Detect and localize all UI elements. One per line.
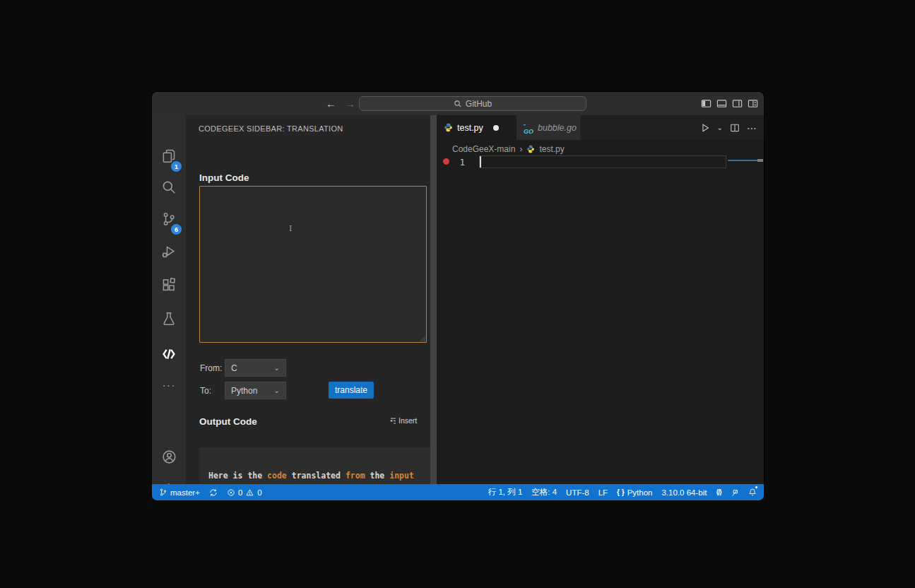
python-icon — [444, 123, 453, 132]
sidebar-item-codegeex[interactable] — [152, 340, 186, 368]
modified-dot-icon[interactable] — [493, 125, 499, 131]
git-branch-icon — [159, 488, 167, 497]
sidebar-title: CODEGEEX SIDEBAR: TRANSLATION — [199, 124, 343, 133]
editor-content[interactable]: 1 — [437, 155, 764, 484]
tab-label: bubble.go — [538, 123, 577, 133]
search-icon — [454, 100, 462, 108]
status-bar: master+ 0 0 行 1, 列 1 空格: 4 UTF-8 LF { } … — [152, 484, 764, 500]
title-bar: ← → GitHub — [152, 92, 764, 115]
sidebar-item-testing[interactable] — [152, 305, 186, 333]
sync-item[interactable] — [209, 488, 218, 497]
tab-label: test.py — [457, 123, 483, 133]
python-interpreter-item[interactable]: 3.10.0 64-bit — [661, 488, 707, 497]
scrollbar-marker[interactable] — [757, 159, 763, 162]
from-language-select[interactable]: C ⌄ — [225, 359, 286, 377]
extensions-icon — [161, 277, 177, 293]
insert-button[interactable]: Insert — [389, 416, 417, 425]
branch-label: master+ — [170, 488, 200, 497]
codegeex-status-icon[interactable]: ⟨/⟩ — [716, 488, 721, 496]
branch-item[interactable]: master+ — [159, 488, 200, 497]
feedback-item[interactable] — [731, 488, 739, 497]
translate-button[interactable]: translate — [329, 382, 374, 399]
sidebar-item-more[interactable]: ··· — [152, 372, 186, 400]
editor-group: test.py -GO bubble.go ⌄ ⋯ CodeGeeX-main … — [437, 115, 764, 484]
language-mode-item[interactable]: { } Python — [617, 488, 652, 497]
go-icon: -GO — [524, 121, 533, 135]
sidebar-item-run-debug[interactable] — [152, 237, 186, 266]
feedback-flag-icon — [731, 488, 739, 497]
tab-bubble-go[interactable]: -GO bubble.go — [516, 115, 580, 140]
breadcrumb-folder[interactable]: CodeGeeX-main — [452, 144, 515, 154]
toggle-panel-icon[interactable] — [716, 98, 727, 109]
cursor-position-item[interactable]: 行 1, 列 1 — [488, 487, 523, 498]
problems-item[interactable]: 0 0 — [227, 488, 262, 497]
error-count: 0 — [238, 488, 242, 497]
breadcrumb: CodeGeeX-main › test.py — [452, 142, 565, 156]
breadcrumb-separator: › — [519, 144, 522, 154]
toggle-secondary-sidebar-icon[interactable] — [732, 98, 743, 109]
text-caret — [480, 156, 481, 167]
editor-more-actions-icon[interactable]: ⋯ — [747, 122, 757, 134]
encoding-item[interactable]: UTF-8 — [566, 488, 589, 497]
current-line-highlight — [479, 155, 726, 168]
breakpoint-dot[interactable] — [443, 158, 449, 165]
run-file-icon[interactable] — [700, 123, 710, 133]
codegeex-icon — [161, 346, 177, 362]
codegeex-sidebar: CODEGEEX SIDEBAR: TRANSLATION Input Code… — [186, 115, 430, 484]
braces-icon: { } — [617, 488, 625, 496]
input-code-label: Input Code — [199, 172, 249, 183]
python-icon — [526, 145, 535, 153]
chevron-down-icon: ⌄ — [274, 387, 280, 394]
language-label: Python — [627, 488, 653, 497]
toggle-primary-sidebar-icon[interactable] — [701, 98, 712, 109]
account-icon — [161, 449, 177, 465]
line-number: 1 — [455, 157, 465, 167]
warning-count: 0 — [257, 488, 261, 497]
error-icon — [227, 488, 235, 497]
sidebar-item-explorer[interactable]: 1 — [152, 142, 186, 170]
run-dropdown-chevron-icon[interactable]: ⌄ — [717, 124, 723, 131]
notification-dot — [755, 486, 758, 489]
vscode-window: ← → GitHub 1 6 — [152, 92, 764, 500]
overview-ruler-cursor-line — [728, 160, 757, 161]
back-arrow-icon[interactable]: ← — [326, 98, 336, 110]
output-code-label: Output Code — [199, 416, 257, 427]
sync-icon — [209, 488, 218, 497]
customize-layout-icon[interactable] — [748, 98, 758, 109]
more-icon: ··· — [163, 380, 176, 392]
scm-badge: 6 — [171, 224, 182, 235]
search-icon — [161, 180, 177, 195]
explorer-badge: 1 — [171, 161, 182, 172]
sidebar-item-source-control[interactable]: 6 — [152, 205, 186, 233]
input-code-textarea[interactable] — [199, 186, 427, 343]
command-center-label: GitHub — [466, 99, 492, 109]
editor-tab-bar: test.py -GO bubble.go ⌄ ⋯ — [437, 115, 764, 140]
eol-item[interactable]: LF — [598, 488, 608, 497]
activity-bar: 1 6 ··· ⚙ — [152, 115, 186, 484]
from-language-value: C — [231, 363, 237, 373]
breadcrumb-file[interactable]: test.py — [539, 144, 564, 154]
run-debug-icon — [161, 244, 177, 259]
tab-test-py[interactable]: test.py — [437, 115, 516, 140]
sidebar-resize-sash[interactable] — [430, 115, 437, 484]
forward-arrow-icon[interactable]: → — [345, 98, 355, 110]
warning-icon — [245, 488, 254, 497]
notifications-item[interactable] — [748, 488, 757, 497]
to-language-value: Python — [231, 386, 257, 396]
chevron-down-icon: ⌄ — [274, 364, 280, 372]
split-editor-icon[interactable] — [730, 123, 740, 133]
to-language-select[interactable]: Python ⌄ — [225, 382, 286, 399]
output-code-text: Here is the code translated from the inp… — [208, 471, 414, 481]
from-label: From: — [200, 363, 222, 373]
insert-icon — [389, 417, 397, 425]
account-button[interactable] — [152, 442, 186, 471]
to-label: To: — [200, 386, 211, 396]
insert-label: Insert — [399, 416, 417, 425]
indentation-item[interactable]: 空格: 4 — [531, 487, 557, 498]
sidebar-item-search[interactable] — [152, 173, 186, 201]
command-center-search[interactable]: GitHub — [359, 96, 586, 111]
beaker-icon — [161, 311, 177, 327]
sidebar-item-extensions[interactable] — [152, 271, 186, 299]
